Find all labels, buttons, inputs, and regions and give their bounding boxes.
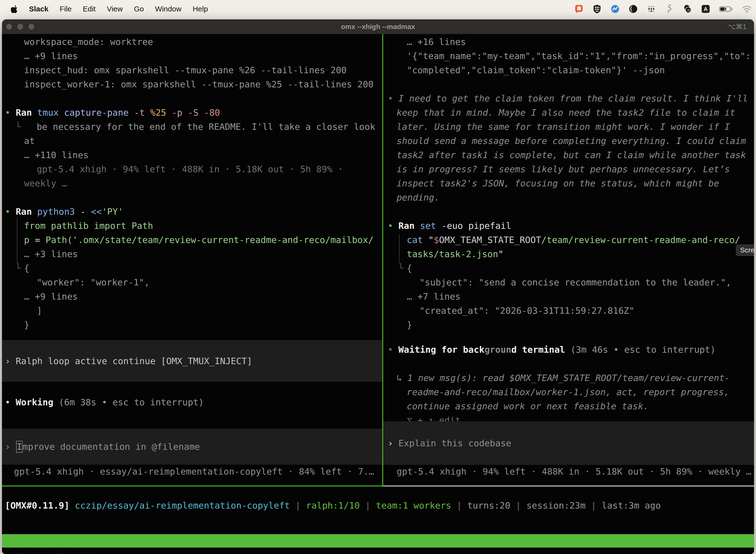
terminal-text-segment: later. Using the same for transition mig… [397, 122, 730, 132]
menu-window[interactable]: Window [155, 5, 182, 13]
apple-logo-icon [11, 5, 18, 13]
hook-app-icon[interactable] [664, 4, 675, 14]
terminal-line: later. Using the same for transition mig… [397, 120, 754, 134]
badge-61-icon[interactable]: ..61 [682, 4, 693, 14]
pane-border-active [2, 486, 383, 487]
menu-view[interactable]: View [107, 5, 123, 13]
terminal-line: weekly … [24, 176, 382, 190]
terminal-text-segment: capture-pane [64, 107, 134, 118]
left-input-placeholder: mprove documentation in @filename [22, 442, 200, 452]
terminal-line: inspect_worker-1: omx sparkshell --tmux-… [24, 77, 382, 91]
terminal-text-segment: '{"team_name":"my-team","task_id":"1","f… [407, 51, 751, 61]
left-command-input[interactable]: › Improve documentation in @filename [2, 429, 382, 465]
working-status: • Working (6m 38s • esc to interrupt) [5, 395, 204, 409]
terminal-text-segment: inspect_worker-1: omx sparkshell --tmux-… [24, 79, 374, 89]
terminal-text-segment: keep that in mind. Maybe I also need the… [397, 107, 735, 118]
terminal-text-segment: • [388, 93, 398, 104]
menu-help[interactable]: Help [193, 5, 208, 13]
tmux-session-label: [omx-cczip0:bash* [4, 548, 96, 554]
menu-edit[interactable]: Edit [83, 5, 96, 13]
terminal-text-segment: from pathlib import Path [24, 221, 153, 231]
terminal-text-segment: be necessary for the end of the README. … [37, 122, 375, 132]
terminal-text-segment: | [360, 500, 376, 510]
terminal-text-segment: • [388, 344, 398, 355]
apple-menu[interactable] [11, 5, 18, 13]
terminal-text-segment: … +9 lines [24, 51, 78, 61]
terminal-text-segment: | [586, 500, 602, 510]
terminal-line: … +110 lines [24, 148, 382, 162]
terminal-text-segment: "subject": "send a concise recommendatio… [420, 277, 731, 287]
terminal-text-segment: • [5, 207, 16, 217]
terminal-text-segment: at [24, 136, 35, 146]
wifi-icon[interactable] [742, 4, 752, 14]
terminal-text-segment: -t [134, 107, 150, 118]
left-injected-prompt-text: Ralph loop active continue [OMX_TMUX_INJ… [16, 356, 252, 366]
terminal-line: • I need to get the claim token from the… [388, 91, 754, 106]
crescent-app-icon[interactable] [628, 4, 638, 14]
terminal-text-segment: └ [15, 122, 21, 132]
input-source-icon[interactable]: A [700, 4, 711, 14]
terminal-text-segment: Ran [398, 221, 420, 231]
terminal-line: ] [37, 303, 382, 318]
terminal-line: … +9 lines [24, 49, 382, 63]
terminal-text-segment: " [498, 249, 504, 259]
terminal-line: '{"team_name":"my-team","task_id":"1","f… [407, 49, 754, 63]
right-command-input[interactable]: › Explain this codebase [383, 421, 754, 465]
chat-app-icon[interactable] [574, 4, 584, 14]
terminal-text-segment: is in progress? It seems likely but perh… [397, 164, 730, 174]
terminal-line: is in progress? It seems likely but perh… [397, 162, 754, 176]
battery-charging-icon[interactable] [718, 4, 734, 14]
terminal-text-segment: 'PY' [102, 207, 123, 217]
left-injected-prompt-box[interactable]: › Ralph loop active continue [OMX_TMUX_I… [2, 340, 382, 382]
menu-file[interactable]: File [60, 5, 71, 13]
terminal-line [388, 357, 754, 371]
terminal-line: keep that in mind. Maybe I also need the… [397, 106, 754, 120]
terminal-text-segment: ] [37, 306, 42, 316]
terminal-text-segment: … +16 lines [407, 37, 466, 47]
prompt-chevron: › [2, 356, 16, 366]
terminal-line: } [407, 318, 754, 332]
terminal-text-segment: • [388, 221, 398, 231]
terminal-line: • Ran python3 - <<'PY' [5, 205, 382, 219]
terminal-text-segment [69, 500, 75, 510]
terminal-text-segment: | [451, 500, 467, 510]
terminal-text-segment: pending. [397, 192, 440, 203]
terminal-text-segment: ↳ 1 new msg(s): read $OMX_TEAM_STATE_ROO… [397, 373, 730, 383]
terminal-text-segment: = [35, 235, 45, 245]
terminal-text-segment: … +9 lines [24, 291, 78, 301]
terminal-text-segment: | [290, 500, 306, 510]
terminal-line: └be necessary for the end of the README.… [5, 120, 382, 134]
terminal-text-segment: " [428, 235, 434, 245]
terminal-line: gpt-5.4 xhigh · 94% left · 488K in · 5.1… [37, 162, 382, 176]
dots-grid-icon[interactable] [646, 4, 656, 14]
terminal-text-segment: Ran [16, 107, 37, 118]
menu-go[interactable]: Go [134, 5, 144, 13]
terminal-line: pending. [397, 190, 754, 205]
terminal-line: workspace_mode: worktree [24, 35, 382, 49]
terminal-text-segment: "created_at": "2026-03-31T11:59:27.816Z" [420, 306, 634, 316]
terminal-text-segment: | [510, 500, 526, 510]
terminal-text-segment: [OMX#0.11.9] [5, 500, 69, 510]
terminal-line: should send a message before completing … [397, 134, 754, 148]
terminal-text-segment: (6m 38s • esc to interrupt) [59, 397, 204, 407]
terminal-text-segment: gpt-5.4 xhigh · 94% left · 488K in · 5.1… [37, 164, 343, 174]
terminal-line: readme-and-reco/mailbox/worker-1.json, a… [407, 385, 754, 399]
terminal-line: └{ [388, 261, 754, 275]
tmux-pane-left[interactable]: workspace_mode: worktree… +9 linesinspec… [2, 34, 382, 486]
terminal-text-segment: … +3 lines [24, 249, 78, 259]
pulse-app-icon[interactable] [610, 4, 620, 14]
terminal-line: "subject": "send a concise recommendatio… [420, 275, 754, 289]
terminal-text-segment: Waiting for back [398, 344, 485, 355]
tmux-pane-right[interactable]: … +16 lines'{"team_name":"my-team","task… [383, 34, 754, 486]
terminal-text-segment: } [407, 320, 412, 330]
tool-call-connector [399, 234, 399, 264]
terminal-text-segment: • [5, 397, 16, 407]
terminal-text-segment: … +7 lines [407, 291, 460, 301]
terminal-line: from pathlib import Path [24, 219, 382, 233]
terminal-text-segment: (3m 46s • esc to interrupt) [570, 344, 715, 355]
terminal-line: "created_at": "2026-03-31T11:59:27.816Z" [420, 303, 754, 318]
terminal-text-segment: -S [188, 107, 204, 118]
app-menu-slack[interactable]: Slack [29, 5, 48, 13]
omx-status-line: [OMX#0.11.9] cczip/essay/ai-reimplementa… [5, 498, 661, 512]
shield-grid-icon[interactable] [592, 4, 602, 14]
